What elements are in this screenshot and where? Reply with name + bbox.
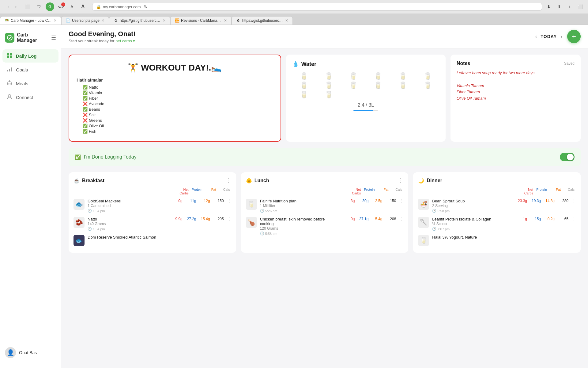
drag-handle-icon[interactable]: ⋮ bbox=[228, 217, 231, 221]
food-item[interactable]: 🍗 Chicken breast, skin removed before co… bbox=[246, 215, 404, 237]
lunch-col-headers: Net Carbs Protein Fat Cals bbox=[246, 188, 404, 195]
net-carbs-link[interactable]: net carbs bbox=[115, 39, 132, 43]
extension-icon-1[interactable]: 🛡 bbox=[35, 2, 43, 11]
water-cup-9[interactable]: 🥛 bbox=[341, 82, 365, 90]
extension-icon-5[interactable]: A bbox=[79, 2, 87, 11]
food-item[interactable]: 🍜 Bean Sprout Soup 2 Serving 🕐 5:58 pm 2… bbox=[418, 197, 576, 215]
tab-close-icon-5[interactable]: ✕ bbox=[285, 18, 288, 23]
extension-icon-2[interactable]: G bbox=[46, 2, 54, 11]
extension-icon-3[interactable]: </> 1 bbox=[57, 2, 65, 11]
food-item[interactable]: 🥄 Leanfit Protein Isolate & Collagen ½ S… bbox=[418, 215, 576, 233]
water-cup-3[interactable]: 🥛 bbox=[341, 72, 365, 80]
tab-close-icon-2[interactable]: ✕ bbox=[101, 18, 104, 23]
url-bar[interactable]: 🔒 my.carbmanager.com ↻ bbox=[92, 3, 542, 11]
water-cup-12[interactable]: 🥛 bbox=[416, 82, 439, 90]
water-cup-2[interactable]: 🥛 bbox=[317, 72, 341, 80]
dropdown-arrow-icon[interactable]: ▾ bbox=[133, 39, 135, 43]
water-cup-10[interactable]: 🥛 bbox=[366, 82, 390, 90]
food-thumb: 🍜 bbox=[418, 199, 429, 210]
sidebar-item-connect[interactable]: Connect bbox=[2, 91, 58, 104]
clock-icon: 🕐 bbox=[260, 232, 264, 236]
sidebar-item-meals[interactable]: Meals bbox=[2, 77, 58, 90]
water-cup-14[interactable]: 🥛 bbox=[317, 91, 341, 99]
add-button[interactable]: + bbox=[567, 30, 581, 43]
food-macros: 0g 11g 12g 150 bbox=[169, 199, 224, 203]
water-cup-7[interactable]: 🥛 bbox=[292, 82, 316, 90]
extension-icon-4[interactable]: A bbox=[68, 2, 76, 11]
breakfast-col-headers: Net Carbs Protein Fat Cals bbox=[74, 188, 231, 195]
tab-gist-1[interactable]: G https://gist.githubusercont... ✕ bbox=[109, 16, 170, 25]
clock-icon: 🕐 bbox=[88, 209, 92, 213]
water-cup-8[interactable]: 🥛 bbox=[317, 82, 341, 90]
food-item[interactable]: 🐟 GoldSeal Mackerel 1 Can drained 🕐 1:54… bbox=[74, 197, 231, 215]
tab-favicon-3: G bbox=[114, 18, 118, 23]
dinner-more-icon[interactable]: ⋮ bbox=[570, 177, 576, 184]
col-header-protein: Protein bbox=[533, 188, 547, 195]
main-content: Good Evening, Onat! Start your streak to… bbox=[61, 25, 588, 368]
user-name: Onat Bas bbox=[19, 350, 37, 355]
food-time: 🕐 1:54 pm bbox=[88, 227, 166, 231]
food-item[interactable]: 🫘 Natto 140 Grams 🕐 1:54 pm 9.9g 27.2g bbox=[74, 215, 231, 233]
food-macros: 23.3g 19.3g 14.8g 280 bbox=[513, 199, 568, 203]
user-avatar: 👤 bbox=[5, 347, 16, 358]
lunch-more-icon[interactable]: ⋮ bbox=[398, 177, 403, 184]
drag-handle-icon[interactable]: ⋮ bbox=[572, 217, 576, 221]
water-cup-4[interactable]: 🥛 bbox=[366, 72, 390, 80]
tab-close-icon[interactable]: ✕ bbox=[54, 18, 57, 23]
water-cup-1[interactable]: 🥛 bbox=[292, 72, 316, 80]
breakfast-more-icon[interactable]: ⋮ bbox=[226, 177, 231, 184]
col-header-cals: Cals bbox=[561, 188, 575, 195]
sidebar-item-daily-log[interactable]: Daily Log bbox=[2, 49, 58, 63]
notes-title: Notes bbox=[457, 61, 470, 66]
tab-close-icon-4[interactable]: ✕ bbox=[224, 18, 227, 23]
drag-handle-icon[interactable]: ⋮ bbox=[400, 199, 403, 203]
sidebar-item-label-daily-log: Daily Log bbox=[16, 53, 37, 59]
sidebar-toggle-icon[interactable]: ⬜ bbox=[24, 2, 32, 11]
tab-revisions[interactable]: 🔀 Revisions · CarbManagerPro with T... ✕ bbox=[170, 16, 232, 25]
forward-button[interactable]: › bbox=[13, 3, 18, 10]
new-tab-icon[interactable]: + bbox=[565, 2, 574, 11]
tab-close-icon-3[interactable]: ✕ bbox=[163, 18, 166, 23]
food-protein: 37.1g bbox=[355, 217, 368, 221]
menu-icon[interactable]: ☰ bbox=[51, 34, 56, 41]
drag-handle-icon[interactable]: ⋮ bbox=[572, 199, 576, 203]
water-cup-13[interactable]: 🥛 bbox=[292, 91, 316, 99]
dinner-icon: 🌙 bbox=[418, 178, 424, 184]
food-thumb: 🍗 bbox=[246, 217, 257, 228]
water-cup-5[interactable]: 🥛 bbox=[391, 72, 415, 80]
water-separator: / bbox=[366, 102, 368, 108]
back-button[interactable]: ‹ bbox=[6, 3, 11, 10]
prev-day-button[interactable]: ‹ bbox=[535, 33, 537, 40]
svg-point-10 bbox=[8, 94, 11, 97]
sidebar-item-goals[interactable]: Goals bbox=[2, 63, 58, 76]
download-icon[interactable]: ⬇ bbox=[545, 2, 553, 11]
water-cup-11[interactable]: 🥛 bbox=[391, 82, 415, 90]
tab-active[interactable]: 🥗 Carb Manager - Low Carb & Keto... ✕ bbox=[0, 16, 61, 25]
browser-right-icons: ⬇ ⬆ + ⬜ bbox=[545, 2, 584, 11]
water-cup-6[interactable]: 🥛 bbox=[416, 72, 439, 80]
food-item[interactable]: 🐟 Dom Reserve Smoked Atlantic Salmon bbox=[74, 233, 231, 248]
tab-title-3: https://gist.githubusercont... bbox=[120, 18, 161, 23]
refresh-button[interactable]: ↻ bbox=[144, 4, 148, 9]
drag-handle-icon[interactable]: ⋮ bbox=[228, 199, 231, 203]
list-item: ❌Greens bbox=[83, 118, 273, 123]
food-item[interactable]: 🥛 Halal 3% Yogourt, Nature bbox=[418, 233, 576, 248]
drag-handle-icon[interactable]: ⋮ bbox=[400, 217, 403, 221]
food-info: Fairlife Nutrition plan 1 Milliliter 🕐 5… bbox=[260, 199, 338, 213]
daily-log-icon bbox=[6, 52, 13, 59]
next-day-button[interactable]: › bbox=[560, 33, 562, 40]
col-header-cals: Cals bbox=[388, 188, 402, 195]
food-fat: 12g bbox=[196, 199, 210, 203]
tab-userscripts[interactable]: 📄 Userscripts page ✕ bbox=[61, 16, 109, 25]
tab-gist-2[interactable]: G https://gist.githubusercont... ✕ bbox=[232, 16, 293, 25]
share-icon[interactable]: ⬆ bbox=[555, 2, 564, 11]
dinner-col-headers: Net Carbs Protein Fat Cals bbox=[418, 188, 576, 195]
content-area: 🏋️ WORKOUT DAY!.🛌 Hatirlatmalar ✅Natto ✅… bbox=[61, 48, 588, 259]
clock-icon: 🕐 bbox=[260, 209, 264, 213]
food-cals: 65 bbox=[555, 217, 568, 221]
notification-badge: 1 bbox=[61, 2, 65, 6]
notes-content[interactable]: Leftover bean soup ready for two more da… bbox=[457, 70, 575, 102]
tab-overview-icon[interactable]: ⬜ bbox=[576, 2, 584, 11]
done-logging-toggle[interactable] bbox=[560, 153, 575, 161]
food-item[interactable]: 🥛 Fairlife Nutrition plan 1 Milliliter 🕐… bbox=[246, 197, 404, 215]
